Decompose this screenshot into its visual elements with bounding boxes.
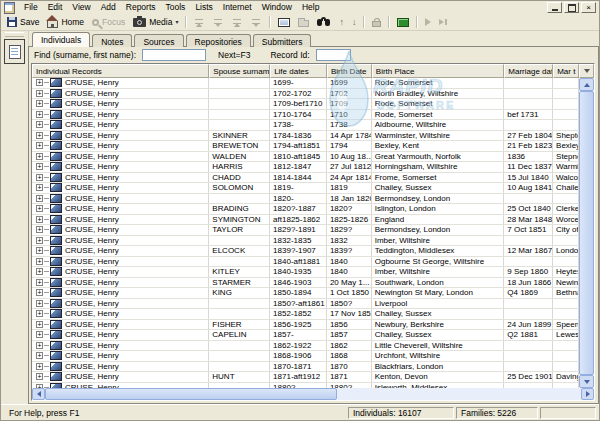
tab-submitters[interactable]: Submitters [253,34,312,47]
restore-button[interactable] [564,2,579,13]
expand-toggle-icon[interactable]: + [36,352,43,359]
next-record-button[interactable]: ↓ [348,15,361,29]
column-header-birth-place[interactable]: Birth Place [372,64,505,78]
table-row[interactable]: +CRUSE, HenryHUNT1871-aft19121871Kenton,… [32,372,579,383]
expand-toggle-icon[interactable]: + [36,100,43,107]
record-id-input[interactable] [316,49,351,61]
table-row[interactable]: +CRUSE, HenryBREWETON1794-aft18511794Bex… [32,141,579,152]
menu-reports[interactable]: Reports [121,1,161,14]
tab-sources[interactable]: Sources [134,34,183,47]
menu-file[interactable]: File [19,1,43,14]
expand-toggle-icon[interactable]: + [36,321,43,328]
table-row[interactable]: +CRUSE, Henry1699-1699Rode, Somerset [32,78,579,89]
table-row[interactable]: +CRUSE, Henry1820-18 Jan 1820Bermondsey,… [32,194,579,205]
diagram-button[interactable] [274,15,294,29]
scroll-left-button[interactable] [32,388,45,400]
table-row[interactable]: +CRUSE, HenrySOLOMON1819-1819Chailey, Su… [32,183,579,194]
query-window-button[interactable] [393,15,413,29]
expand-toggle-icon[interactable]: + [36,310,43,317]
expand-toggle-icon[interactable]: + [36,331,43,338]
table-row[interactable]: +CRUSE, Henry1868-19061868Urchfont, Wilt… [32,351,579,362]
tab-repositories[interactable]: Repositories [186,34,251,47]
table-row[interactable]: +CRUSE, HenryELCOCK1839?-19071839?Teddin… [32,246,579,257]
table-row[interactable]: +CRUSE, HenryCAPELIN1857-1857Chailey, Su… [32,330,579,341]
close-button[interactable]: × [581,2,596,13]
column-header-life-dates[interactable]: Life dates [270,64,327,78]
expand-toggle-icon[interactable]: + [36,237,43,244]
horizontal-scrollbar[interactable] [32,388,594,400]
vertical-scroll-thumb[interactable] [579,91,594,375]
table-row[interactable]: +CRUSE, HenryBRADING1820?-18871820?Islin… [32,204,579,215]
table-row[interactable]: +CRUSE, HenryKITLEY1840-19351840Imber, W… [32,267,579,278]
expand-toggle-icon[interactable]: + [36,163,43,170]
expand-toggle-icon[interactable]: + [36,226,43,233]
home-button[interactable]: Home [43,15,88,29]
expand-toggle-icon[interactable]: + [36,363,43,370]
menu-help[interactable]: Help [297,1,324,14]
expand-toggle-icon[interactable]: + [36,289,43,296]
table-row[interactable]: +CRUSE, Henry1738-1738Aldbourne, Wiltshi… [32,120,579,131]
expand-toggle-icon[interactable]: + [36,184,43,191]
expand-toggle-icon[interactable]: + [36,111,43,118]
previous-record-button[interactable]: ↑ [335,15,348,29]
search-button[interactable] [313,15,335,29]
save-button[interactable]: Save [3,15,43,29]
menu-internet[interactable]: Internet [218,1,257,14]
table-row[interactable]: +CRUSE, HenryKING1850-18941 Oct 1850Newi… [32,288,579,299]
expand-toggle-icon[interactable]: + [36,247,43,254]
table-row[interactable]: +CRUSE, Henry1709-bef17101709Rode, Somer… [32,99,579,110]
table-row[interactable]: +CRUSE, Henry1710-17641710Rode, Somerset… [32,110,579,121]
expand-toggle-icon[interactable]: + [36,300,43,307]
table-row[interactable]: +CRUSE, HenrySYMINGTONaft1825-18621825-1… [32,215,579,226]
app-icon[interactable] [4,2,15,14]
tab-individuals[interactable]: Individuals [32,32,90,47]
menu-view[interactable]: View [67,1,95,14]
expand-toggle-icon[interactable]: + [36,342,43,349]
expand-toggle-icon[interactable]: + [36,216,43,223]
vertical-scrollbar[interactable] [579,78,594,388]
minimize-button[interactable] [547,2,562,13]
table-row[interactable]: +CRUSE, Henry1850?-aft18611850?Liverpool [32,299,579,310]
expand-toggle-icon[interactable]: + [36,121,43,128]
column-header-mar-t[interactable]: Mar t [553,64,579,78]
table-row[interactable]: +CRUSE, HenrySKINNER1784-183614 Apr 1784… [32,131,579,142]
expand-toggle-icon[interactable]: + [36,174,43,181]
table-row[interactable]: +CRUSE, Henry1870-18711870Blackfriars, L… [32,362,579,373]
menu-edit[interactable]: Edit [43,1,68,14]
table-row[interactable]: +CRUSE, Henry1702-17021702North Bradley,… [32,89,579,100]
expand-toggle-icon[interactable]: + [36,373,43,380]
table-row[interactable]: +CRUSE, Henry1840-aft18811840Ogbourne St… [32,257,579,268]
horizontal-scroll-thumb[interactable] [45,388,337,400]
expand-toggle-icon[interactable]: + [36,132,43,139]
expand-toggle-icon[interactable]: + [36,268,43,275]
scroll-down-button[interactable] [579,375,594,388]
table-row[interactable]: +CRUSE, HenryFISHER1856-19251856Newbury,… [32,320,579,331]
expand-toggle-icon[interactable]: + [36,258,43,265]
scroll-right-button[interactable] [581,388,594,400]
column-header-spouse-surname[interactable]: Spouse surname [209,64,270,78]
column-header-birth-date[interactable]: Birth Date [327,64,372,78]
table-row[interactable]: +CRUSE, HenryHARRIS1812-184727 Jul 1812H… [32,162,579,173]
expand-toggle-icon[interactable]: + [36,195,43,202]
table-row[interactable]: +CRUSE, Henry1862-19221862Little Chevere… [32,341,579,352]
menu-add[interactable]: Add [96,1,121,14]
scroll-up-button[interactable] [579,78,594,91]
horizontal-scroll-track[interactable] [337,388,581,400]
table-row[interactable]: +CRUSE, HenryCHADD1814-184424 Apr 1814Fr… [32,173,579,184]
column-options-button[interactable] [579,64,594,78]
expand-toggle-icon[interactable]: + [36,90,43,97]
table-row[interactable]: +CRUSE, Henry1852-185217 Nov 1852Chailey… [32,309,579,320]
menu-lists[interactable]: Lists [190,1,217,14]
column-header-marriage-date[interactable]: Marriage date [504,64,553,78]
expand-toggle-icon[interactable]: + [36,205,43,212]
expand-toggle-icon[interactable]: + [36,279,43,286]
column-header-individual-records[interactable]: Individual Records [32,64,209,78]
expand-toggle-icon[interactable]: + [36,79,43,86]
expand-toggle-icon[interactable]: + [36,153,43,160]
tab-notes[interactable]: Notes [92,34,132,47]
menu-tools[interactable]: Tools [161,1,191,14]
menu-window[interactable]: Window [257,1,297,14]
table-row[interactable]: +CRUSE, HenryTAYLOR1829?-18911829?Bermon… [32,225,579,236]
media-button[interactable]: Media ▾ [129,15,182,29]
find-input[interactable] [142,49,206,61]
